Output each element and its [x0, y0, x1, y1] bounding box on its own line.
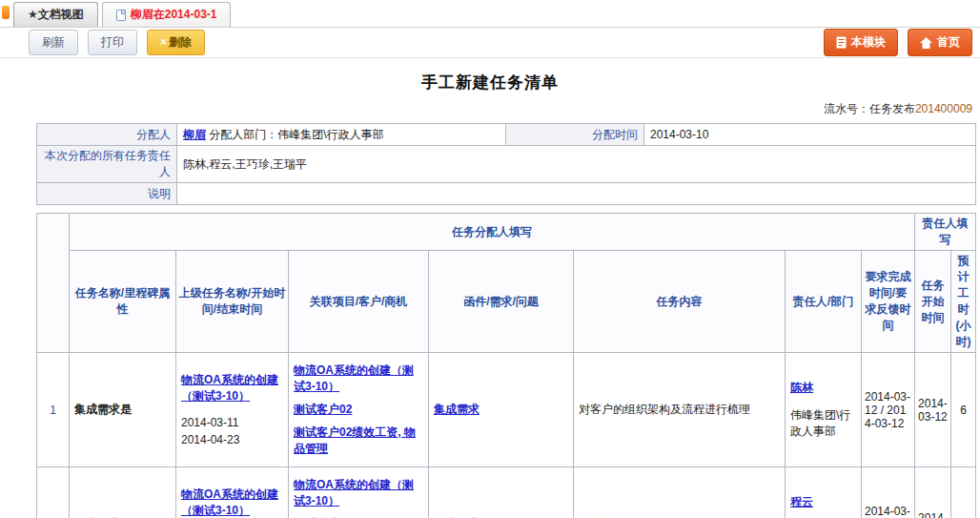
serial-text: 任务发布	[869, 102, 915, 115]
table-row: 2 集成需求是 物流OA系统的创建（测试3-10） 2014-03-11 201…	[37, 467, 976, 518]
assign-time-value: 2014-03-10	[644, 124, 976, 146]
module-button-label: 本模块	[851, 34, 886, 51]
tab-strip: ★文档视图 柳眉在2014-03-1	[0, 0, 980, 28]
task-content-cell: 对客户系统数据进行录入	[574, 467, 786, 518]
parent-task-link[interactable]: 物流OA系统的创建（测试3-10）	[181, 373, 278, 403]
tab-open-document[interactable]: 柳眉在2014-03-1	[102, 2, 232, 27]
col-header-related: 关联项目/客户/商机	[289, 251, 429, 353]
parent-start-date: 2014-03-11	[181, 414, 283, 431]
task-table-body: 1 集成需求是 物流OA系统的创建（测试3-10） 2014-03-11 201…	[37, 353, 976, 518]
owner-link[interactable]: 程云	[790, 495, 813, 508]
requirement-link[interactable]: 集成需求	[434, 403, 480, 416]
note-label: 说明	[37, 183, 177, 205]
assigner-link[interactable]: 柳眉	[183, 128, 206, 141]
related-customer-link[interactable]: 测试客户02	[294, 402, 423, 418]
assigner-cell: 柳眉 分配人部门：伟峰集团\行政人事部	[177, 124, 506, 146]
group-header-responsible-fill: 责任人填写	[915, 214, 976, 251]
assigner-dept: 分配人部门：伟峰集团\行政人事部	[209, 128, 383, 141]
task-name-cell: 集成需求是	[70, 353, 176, 467]
required-time-cell: 2014-03-13 / 2014-03-13	[862, 467, 915, 518]
col-header-content: 任务内容	[574, 251, 786, 353]
related-cell: 物流OA系统的创建（测试3-10） 测试客户02 测试客户02绩效工资, 物品管…	[289, 353, 429, 467]
task-list-page: ★文档视图 柳眉在2014-03-1 刷新 打印 ×删除 本模块 首页 手工新建…	[0, 0, 980, 518]
col-header-hours: 预计工时(小时)	[951, 251, 976, 353]
group-header-assigner-fill: 任务分配人填写	[70, 214, 915, 251]
toolbar: 刷新 打印 ×删除 本模块 首页	[0, 28, 980, 58]
tab-document-view[interactable]: ★文档视图	[13, 2, 98, 27]
col-header-task-name: 任务名称/里程碑属性	[70, 251, 176, 353]
related-project-link[interactable]: 物流OA系统的创建（测试3-10）	[294, 477, 423, 509]
row-number: 1	[37, 353, 70, 467]
parent-end-date: 2014-04-23	[181, 431, 283, 448]
hours-cell: 4	[951, 467, 976, 518]
assigner-label: 分配人	[37, 124, 177, 146]
serial-label: 流水号：	[824, 102, 869, 115]
requirement-cell: 集成需求	[429, 353, 574, 467]
note-value	[177, 183, 976, 205]
start-time-cell: 2014-03-12	[915, 353, 951, 467]
related-project-link[interactable]: 物流OA系统的创建（测试3-10）	[294, 363, 423, 395]
hours-cell: 6	[951, 353, 976, 467]
start-time-cell: 2014-03-13	[915, 467, 951, 518]
col-header-owner: 责任人/部门	[786, 251, 862, 353]
assignment-info-table: 分配人 柳眉 分配人部门：伟峰集团\行政人事部 分配时间 2014-03-10 …	[36, 123, 976, 205]
assign-time-label: 分配时间	[506, 124, 644, 146]
parent-task-dates: 2014-03-11 2014-04-23	[181, 414, 283, 448]
owner-cell: 程云 伟峰集团\行政人事部	[786, 467, 862, 518]
home-button[interactable]: 首页	[908, 29, 972, 56]
tab-open-document-label: 柳眉在2014-03-1	[131, 7, 217, 23]
responsibles-label: 本次分配的所有任务责任人	[37, 146, 177, 183]
requirement-cell: 集成需求	[429, 467, 574, 518]
row-number-header	[37, 214, 70, 353]
col-header-required-time: 要求完成时间/要求反馈时间	[862, 251, 915, 353]
responsibles-value: 陈林,程云,王巧珍,王瑞平	[177, 146, 976, 183]
home-icon	[920, 37, 932, 49]
delete-button[interactable]: ×删除	[147, 30, 205, 55]
owner-link[interactable]: 陈林	[790, 381, 813, 394]
related-cell: 物流OA系统的创建（测试3-10） 测试客户02 测试客户02绩效工资, 物品管…	[289, 467, 429, 518]
required-time-cell: 2014-03-12 / 2014-03-12	[862, 353, 915, 467]
task-content-cell: 对客户的组织架构及流程进行梳理	[574, 353, 786, 467]
task-name-cell: 集成需求是	[70, 467, 176, 518]
task-table: 任务分配人填写 责任人填写 任务名称/里程碑属性 上级任务名称/开始时间/结束时…	[36, 213, 976, 518]
owner-dept: 伟峰集团\行政人事部	[790, 407, 856, 440]
delete-x-icon: ×	[160, 35, 167, 49]
page-title: 手工新建任务清单	[0, 72, 980, 93]
home-button-label: 首页	[937, 34, 960, 51]
app-icon	[2, 6, 10, 19]
row-number: 2	[37, 467, 70, 518]
serial-number: 201400009	[915, 102, 972, 115]
parent-task-cell: 物流OA系统的创建（测试3-10） 2014-03-11 2014-04-23	[176, 353, 289, 467]
refresh-button[interactable]: 刷新	[29, 30, 78, 55]
parent-task-link[interactable]: 物流OA系统的创建（测试3-10）	[181, 487, 278, 517]
document-icon	[116, 10, 126, 21]
tab-document-view-label: ★文档视图	[28, 7, 84, 23]
delete-button-label: 删除	[169, 35, 192, 49]
serial-number-line: 流水号：任务发布201400009	[0, 101, 980, 117]
module-button[interactable]: 本模块	[824, 29, 898, 56]
owner-cell: 陈林 伟峰集团\行政人事部	[786, 353, 862, 467]
col-header-parent-task: 上级任务名称/开始时间/结束时间	[176, 251, 289, 353]
parent-task-cell: 物流OA系统的创建（测试3-10） 2014-03-11 2014-04-23	[176, 467, 289, 518]
col-header-start-time: 任务开始时间	[915, 251, 951, 353]
module-document-icon	[836, 36, 847, 49]
col-header-requirement: 函件/需求/问题	[429, 251, 574, 353]
related-opportunity-link[interactable]: 测试客户02绩效工资, 物品管理	[294, 425, 423, 457]
table-row: 1 集成需求是 物流OA系统的创建（测试3-10） 2014-03-11 201…	[37, 353, 976, 467]
print-button[interactable]: 打印	[88, 30, 137, 55]
